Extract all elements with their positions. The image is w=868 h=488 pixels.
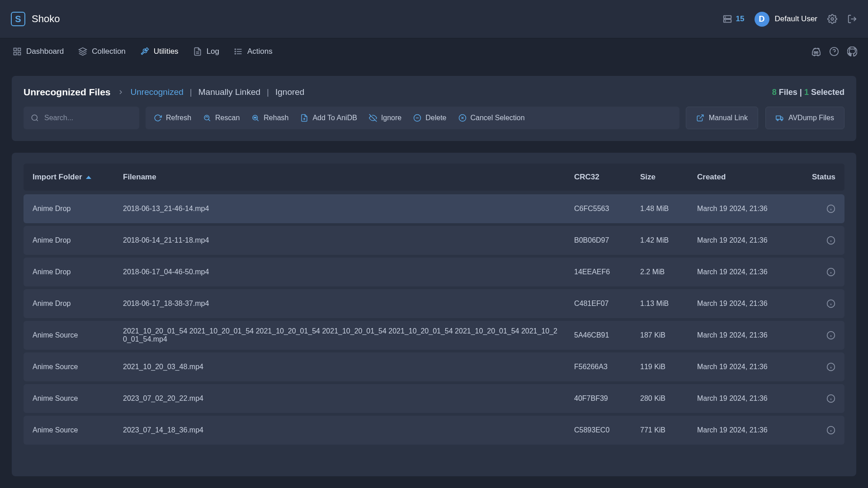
action-rescan[interactable]: Rescan: [203, 114, 240, 122]
table-row[interactable]: Anime Drop 2018-06-17_04-46-50.mp4 14EEA…: [24, 258, 844, 286]
selected-label: Selected: [811, 88, 844, 97]
minus-circle-icon: [413, 114, 421, 122]
button-label: Manual Link: [709, 114, 748, 122]
rehash-icon: [251, 114, 259, 122]
info-icon[interactable]: [826, 331, 835, 340]
cell-created: March 19 2024, 21:36: [697, 426, 806, 434]
info-icon[interactable]: [826, 236, 835, 245]
cell-filename: 2023_07_02_20_22.mp4: [123, 394, 574, 403]
info-icon[interactable]: [826, 426, 835, 435]
cell-folder: Anime Source: [33, 363, 123, 371]
cell-folder: Anime Drop: [33, 268, 123, 276]
info-icon[interactable]: [826, 204, 835, 213]
table-row[interactable]: Anime Source 2021_10_20_03_48.mp4 F56266…: [24, 352, 844, 381]
th-import-folder[interactable]: Import Folder: [33, 173, 123, 182]
action-label: Rehash: [264, 114, 288, 122]
cell-size: 1.48 MiB: [640, 205, 697, 213]
cell-crc32: C481EF07: [574, 300, 640, 308]
cell-status: [806, 299, 835, 308]
server-icon: [722, 14, 732, 24]
cell-filename: 2023_07_14_18_36.mp4: [123, 426, 574, 434]
app-logo: S: [11, 12, 25, 26]
cell-filename: 2018-06-14_21-11-18.mp4: [123, 236, 574, 244]
nav-items: Dashboard Collection Utilities Log Actio…: [11, 43, 274, 60]
x-circle-icon: [458, 114, 467, 122]
action-rehash[interactable]: Rehash: [251, 114, 288, 122]
table-row[interactable]: Anime Drop 2018-06-17_18-38-37.mp4 C481E…: [24, 289, 844, 318]
github-icon[interactable]: [847, 47, 857, 56]
user-menu[interactable]: D Default User: [755, 12, 817, 27]
nav-utilities[interactable]: Utilities: [138, 43, 180, 60]
table-row[interactable]: Anime Source 2021_10_20_01_54 2021_10_20…: [24, 321, 844, 350]
info-icon[interactable]: [826, 394, 835, 403]
eye-off-icon: [369, 114, 377, 122]
external-link-icon: [696, 114, 704, 122]
topbar: S Shoko 15 D Default User: [0, 0, 868, 38]
th-filename[interactable]: Filename: [123, 173, 574, 182]
cell-created: March 19 2024, 21:36: [697, 236, 806, 244]
action-refresh[interactable]: Refresh: [154, 114, 191, 122]
svg-point-42: [781, 119, 783, 121]
svg-line-26: [257, 119, 259, 121]
count-separator: |: [800, 88, 802, 97]
svg-rect-40: [776, 116, 781, 120]
svg-point-18: [235, 53, 236, 54]
info-icon[interactable]: [826, 362, 835, 371]
th-crc32[interactable]: CRC32: [574, 173, 640, 182]
queue-count: 15: [736, 14, 745, 23]
queue-indicator[interactable]: 15: [722, 14, 745, 24]
info-icon[interactable]: [826, 299, 835, 308]
tab-ignored[interactable]: Ignored: [275, 87, 304, 97]
svg-rect-8: [18, 52, 21, 55]
manual-link-button[interactable]: Manual Link: [686, 107, 758, 129]
nav-label: Dashboard: [26, 47, 64, 56]
th-label: Filename: [123, 173, 156, 182]
nav-collection[interactable]: Collection: [76, 43, 127, 60]
action-ignore[interactable]: Ignore: [369, 114, 401, 122]
table-row[interactable]: Anime Drop 2018-06-14_21-11-18.mp4 B0B06…: [24, 226, 844, 255]
table: Import Folder Filename CRC32 Size Create…: [24, 164, 844, 465]
logout-icon[interactable]: [847, 14, 857, 24]
th-label: Import Folder: [33, 173, 82, 182]
action-delete[interactable]: Delete: [413, 114, 446, 122]
nav-label: Actions: [247, 47, 273, 56]
th-size[interactable]: Size: [640, 173, 697, 182]
avatar: D: [755, 12, 769, 27]
cell-status: [806, 362, 835, 371]
help-icon[interactable]: [829, 47, 839, 56]
button-label: AVDump Files: [788, 114, 834, 122]
cell-status: [806, 331, 835, 340]
nav-actions[interactable]: Actions: [232, 43, 274, 60]
tab-manually-linked[interactable]: Manually Linked: [198, 87, 260, 97]
main-buttons: Manual Link AVDump Files: [686, 107, 844, 129]
svg-line-24: [208, 119, 210, 121]
th-created[interactable]: Created: [697, 173, 806, 182]
cell-size: 771 KiB: [640, 426, 697, 434]
search-input[interactable]: [24, 107, 139, 129]
cell-status: [806, 394, 835, 403]
cell-folder: Anime Drop: [33, 236, 123, 244]
table-row[interactable]: Anime Source 2023_07_14_18_36.mp4 C5893E…: [24, 416, 844, 445]
action-add-anidb[interactable]: Add To AniDB: [300, 114, 357, 122]
app-name: Shoko: [32, 13, 60, 25]
table-row[interactable]: Anime Drop 2018-06-13_21-46-14.mp4 C6FC5…: [24, 194, 844, 223]
nav-dashboard[interactable]: Dashboard: [11, 43, 66, 60]
cell-folder: Anime Drop: [33, 205, 123, 213]
th-status[interactable]: Status: [806, 173, 835, 182]
nav-label: Log: [207, 47, 219, 56]
action-cancel-selection[interactable]: Cancel Selection: [458, 114, 525, 122]
cell-crc32: C6FC5563: [574, 205, 640, 213]
svg-point-41: [777, 119, 778, 121]
discord-icon[interactable]: [811, 47, 821, 56]
svg-marker-10: [79, 47, 87, 51]
avdump-button[interactable]: AVDump Files: [765, 107, 844, 129]
info-icon[interactable]: [826, 267, 835, 277]
cell-size: 1.13 MiB: [640, 300, 697, 308]
count-info: 8 Files | 1 Selected: [772, 88, 844, 97]
nav-log[interactable]: Log: [191, 43, 221, 60]
table-row[interactable]: Anime Source 2023_07_02_20_22.mp4 40F7BF…: [24, 384, 844, 413]
tab-unrecognized[interactable]: Unrecognized: [131, 87, 184, 97]
cell-created: March 19 2024, 21:36: [697, 394, 806, 403]
settings-icon[interactable]: [827, 14, 837, 24]
cell-filename: 2021_10_20_03_48.mp4: [123, 363, 574, 371]
